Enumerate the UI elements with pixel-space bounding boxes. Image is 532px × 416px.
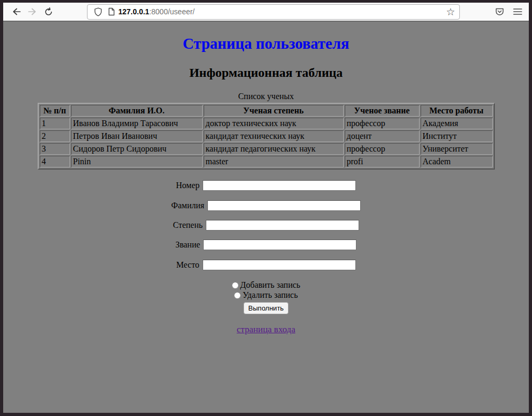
form-row-degree: Степень	[3, 220, 529, 231]
login-link-row: страница входа	[3, 324, 529, 335]
cell-title: профессор	[345, 118, 420, 129]
form-row-workplace: Место	[3, 259, 529, 270]
form-row-surname: Фамилия	[3, 200, 529, 210]
form-row-number: Номер	[3, 180, 529, 191]
header-cell-surname: Фамилия И.О.	[71, 105, 203, 117]
submit-row: Выполнить	[3, 300, 529, 314]
tracking-shield-icon[interactable]	[94, 7, 102, 16]
header-cell-workplace: Место работы	[421, 105, 493, 117]
section-title: Информационная таблица	[3, 66, 529, 80]
degree-label: Степень	[173, 220, 203, 229]
record-form: Номер Фамилия Степень Звание Место Добав…	[3, 180, 529, 335]
cell-title: profi	[345, 156, 420, 167]
cell-number: 2	[40, 130, 70, 142]
toolbar-right-icons	[495, 7, 522, 16]
url-host: 127.0.0.1	[118, 7, 149, 16]
header-cell-number: № п/п	[40, 105, 70, 117]
url-text[interactable]: 127.0.0.1:8000/useeer/	[118, 7, 443, 16]
radio-row-add: Добавить запись	[3, 280, 529, 290]
delete-record-radio-label[interactable]: Удалить запись	[234, 290, 298, 299]
reload-icon	[44, 7, 53, 16]
cell-surname: Иванов Владимир Тарасович	[71, 118, 203, 129]
cell-workplace: Academ	[421, 156, 493, 167]
add-record-radio[interactable]	[232, 282, 239, 289]
cell-workplace: Университет	[421, 143, 493, 155]
table-row: 2 Петров Иван Иванович кандидат техничес…	[40, 130, 493, 142]
cell-workplace: Академия	[421, 118, 493, 129]
delete-record-radio[interactable]	[234, 292, 241, 299]
form-row-title: Звание	[3, 240, 529, 250]
cell-degree: доктор технических наук	[204, 118, 344, 129]
back-arrow-icon	[12, 7, 21, 16]
table-caption: Список ученых	[38, 92, 495, 103]
cell-title: доцент	[345, 130, 420, 142]
page-title: Страница пользователя	[3, 35, 529, 52]
page-content: Страница пользователя Информационная таб…	[3, 22, 529, 412]
number-label: Номер	[176, 181, 199, 190]
cell-degree: кандидат технических наук	[204, 130, 344, 142]
degree-input[interactable]	[206, 220, 359, 231]
number-input[interactable]	[203, 180, 356, 191]
browser-toolbar: 127.0.0.1:8000/useeer/ ☆	[3, 3, 529, 22]
action-radio-group: Добавить запись Удалить запись Выполнить	[3, 280, 529, 314]
cell-number: 3	[40, 143, 70, 155]
url-path: :8000/useeer/	[149, 7, 195, 16]
cell-degree: master	[204, 156, 344, 167]
cell-number: 1	[40, 118, 70, 129]
address-bar[interactable]: 127.0.0.1:8000/useeer/ ☆	[87, 4, 460, 20]
reload-button[interactable]	[40, 4, 56, 20]
cell-workplace: Институт	[421, 130, 493, 142]
table-header-row: № п/п Фамилия И.О. Ученая степень Ученое…	[40, 105, 493, 117]
login-page-link[interactable]: страница входа	[237, 324, 295, 334]
table-row: 1 Иванов Владимир Тарасович доктор техни…	[40, 118, 493, 129]
forward-button[interactable]	[24, 4, 40, 20]
surname-label: Фамилия	[171, 201, 204, 210]
header-cell-degree: Ученая степень	[204, 105, 344, 117]
cell-degree: кандидат педагогических наук	[204, 143, 344, 155]
forward-arrow-icon	[28, 7, 37, 16]
cell-surname: Pinin	[71, 156, 203, 167]
back-button[interactable]	[8, 4, 24, 20]
scientists-table: Список ученых № п/п Фамилия И.О. Ученая …	[38, 92, 495, 170]
header-cell-title: Ученое звание	[345, 105, 420, 117]
bookmark-star-icon[interactable]: ☆	[446, 7, 455, 17]
workplace-label: Место	[176, 260, 199, 269]
execute-button[interactable]: Выполнить	[243, 302, 289, 314]
cell-title: профессор	[345, 143, 420, 155]
surname-input[interactable]	[207, 200, 361, 211]
cell-surname: Петров Иван Иванович	[71, 130, 203, 142]
title-input[interactable]	[203, 240, 356, 250]
menu-hamburger-icon[interactable]	[513, 8, 522, 15]
workplace-input[interactable]	[203, 260, 356, 270]
table-row: 4 Pinin master profi Academ	[40, 156, 493, 167]
table-row: 3 Сидоров Петр Сидорович кандидат педаго…	[40, 143, 493, 155]
cell-surname: Сидоров Петр Сидорович	[71, 143, 203, 155]
title-label: Звание	[176, 240, 200, 249]
pocket-icon[interactable]	[495, 7, 504, 16]
add-record-radio-label[interactable]: Добавить запись	[232, 280, 300, 289]
cell-number: 4	[40, 156, 70, 167]
radio-row-delete: Удалить запись	[3, 290, 529, 300]
page-info-icon[interactable]	[108, 7, 115, 16]
browser-window: 127.0.0.1:8000/useeer/ ☆ Страница пользо…	[0, 0, 532, 416]
